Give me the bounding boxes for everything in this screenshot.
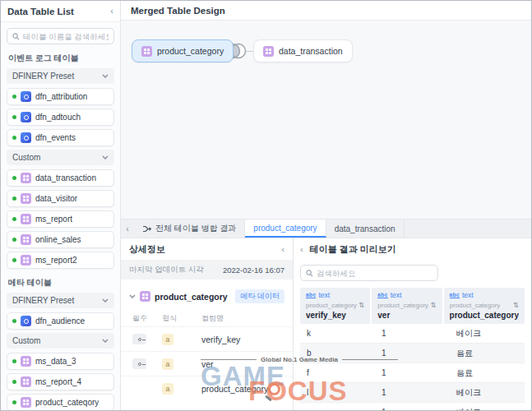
custom-table-icon [21,397,31,408]
tab-data_transaction[interactable]: data_transaction [326,219,405,238]
detail-table-header: 필수 형식 컬럼명 [121,310,293,326]
preview-data-row[interactable]: p 1 베이크 [300,403,525,411]
table-search[interactable] [7,28,114,44]
preview-column-name: product_category [450,311,519,320]
sidebar-item-dfn_adtouch[interactable]: dfn_adtouch [7,109,114,126]
required-key-badge [132,334,146,344]
main-area: Merged Table Design product_category dat… [121,1,531,410]
sidebar-group-custom[interactable]: Custom [7,150,114,165]
column-name: ver [201,359,285,369]
sidebar-item-dfn_attribution[interactable]: dfn_attribution [7,88,114,105]
custom-table-icon [21,234,31,245]
sidebar-item-ms_data_3[interactable]: ms_data_3 [7,353,114,370]
sidebar-item-label: product_cateqory [35,398,99,407]
detail-column-row[interactable]: a ver [121,351,293,376]
sidebar-body: 이벤트 로그 테이블DFINERY Preset dfn_attribution… [1,22,120,410]
detail-table-name: product_category [155,292,228,302]
tab-product_category[interactable]: product_category [245,219,326,238]
node-label: product_category [157,46,224,56]
bottom-panel: ‹ 전체 테이블 병합 결과product_categorydata_trans… [121,219,531,410]
preview-panel: ‹ 테이블 결과 미리보기 abc text product_category … [294,238,531,410]
sidebar-group-dfinery-preset[interactable]: DFINERY Preset [7,293,114,308]
sidebar-item-label: online_sales [35,235,81,244]
preview-search-input[interactable] [317,269,433,278]
preview-search[interactable] [300,265,438,281]
preview-data-row[interactable]: b 1 음료 [300,344,525,363]
sidebar-group-dfinery-preset[interactable]: DFINERY Preset [7,68,114,84]
search-icon [306,270,313,277]
sidebar-header: Data Table List ‹ [1,1,120,22]
chevron-down-icon [102,74,109,78]
custom-table-icon [140,291,150,302]
preview-table-header: abc text product_category ⇅ verify_key a… [300,288,525,324]
sidebar-item-ms_report[interactable]: ms_report [7,210,114,228]
status-dot [12,115,16,119]
sidebar-item-dfn_events[interactable]: dfn_events [7,129,114,146]
preview-column-header-ver[interactable]: abc text product_category ⇅ ver [372,288,442,324]
sidebar-item-ms_report2[interactable]: ms_report2 [7,252,114,269]
chevron-down-icon [102,298,109,302]
sidebar-item-label: ms_data_3 [35,357,76,366]
sort-icon[interactable]: ⇅ [359,301,364,309]
sidebar: Data Table List ‹ 이벤트 로그 테이블DFINERY Pres… [1,1,121,410]
format-text-badge: a [162,383,173,395]
sort-icon[interactable]: ⇅ [430,301,436,309]
sidebar-group-custom[interactable]: Custom [7,333,114,349]
status-dot [12,319,16,323]
column-name: product_category [201,384,285,394]
detail-collapse-icon[interactable]: ‹ [281,245,285,254]
sort-icon[interactable]: ⇅ [513,301,519,309]
text-type-icon: abc [450,292,460,298]
tabs: 전체 테이블 병합 결과product_categorydata_transac… [134,219,405,238]
preview-data-row[interactable]: f 1 음료 [300,363,525,383]
preview-data-row[interactable]: k 1 베이크 [300,324,525,344]
detail-column-row[interactable]: a verify_key [121,326,293,351]
sidebar-item-data_visitor[interactable]: data_visitor [7,190,114,207]
sidebar-title: Data Table List [7,7,74,16]
sidebar-item-label: dfn_adtouch [35,113,81,122]
sidebar-item-data_transaction[interactable]: data_transaction [7,169,114,187]
status-dot [12,359,16,363]
column-name: verify_key [201,335,285,344]
preview-data-row[interactable]: l 1 베이크 [300,383,525,403]
sidebar-item-dfn_audience[interactable]: dfn_audience [7,312,114,330]
panels: 상세정보 ‹ 마지막 업데이트 시각 2022-02-16 16:07 prod… [121,238,531,410]
section-label: 이벤트 로그 테이블 [8,53,113,64]
detail-column-row[interactable]: a product_category [121,376,293,400]
required-key-badge [132,358,146,369]
detail-title: 상세정보 [129,243,165,256]
detail-table-section[interactable]: product_category 메타 데이터 [121,279,293,310]
sidebar-item-product_cateqory[interactable]: product_cateqory [7,394,114,410]
status-dot [12,136,16,140]
preview-collapse-icon[interactable]: ‹ [300,245,303,254]
app-root: Data Table List ‹ 이벤트 로그 테이블DFINERY Pres… [0,0,532,411]
status-dot [12,176,16,180]
tab-전체-테이블-병합-결과[interactable]: 전체 테이블 병합 결과 [134,219,245,238]
text-type-icon: abc [377,292,387,298]
detail-panel: 상세정보 ‹ 마지막 업데이트 시각 2022-02-16 16:07 prod… [121,238,294,410]
preview-column-header-product_category[interactable]: abc text product_category ⇅ product_cate… [444,288,525,324]
sidebar-item-label: dfn_events [35,133,76,142]
tabs-scroll-left-icon[interactable]: ‹ [121,219,134,238]
sidebar-item-ms_report_4[interactable]: ms_report_4 [7,373,114,390]
table-search-input[interactable] [23,32,109,41]
status-dot [12,380,16,384]
sidebar-collapse-icon[interactable]: ‹ [110,7,113,16]
dfinery-table-icon [21,132,31,143]
custom-table-icon [21,193,31,204]
sidebar-item-label: ms_report2 [35,256,77,265]
sidebar-item-label: dfn_attribution [35,92,87,101]
preview-header: ‹ 테이블 결과 미리보기 [294,238,531,260]
merge-canvas[interactable]: product_category data_transaction [121,21,531,219]
preview-title: 테이블 결과 미리보기 [310,243,396,256]
last-update-row: 마지막 업데이트 시각 2022-02-16 16:07 [121,260,293,279]
preview-column-header-verify_key[interactable]: abc text product_category ⇅ verify_key [300,288,370,324]
chevron-down-icon [129,294,136,298]
sidebar-item-online_sales[interactable]: online_sales [7,231,114,248]
chevron-down-icon [102,155,109,159]
node-data-transaction[interactable]: data_transaction [253,39,353,62]
node-label: data_transaction [279,46,343,56]
page-title: Merged Table Design [131,6,225,16]
node-product-category[interactable]: product_category [132,39,234,62]
sidebar-sections: 이벤트 로그 테이블DFINERY Preset dfn_attribution… [7,53,114,410]
